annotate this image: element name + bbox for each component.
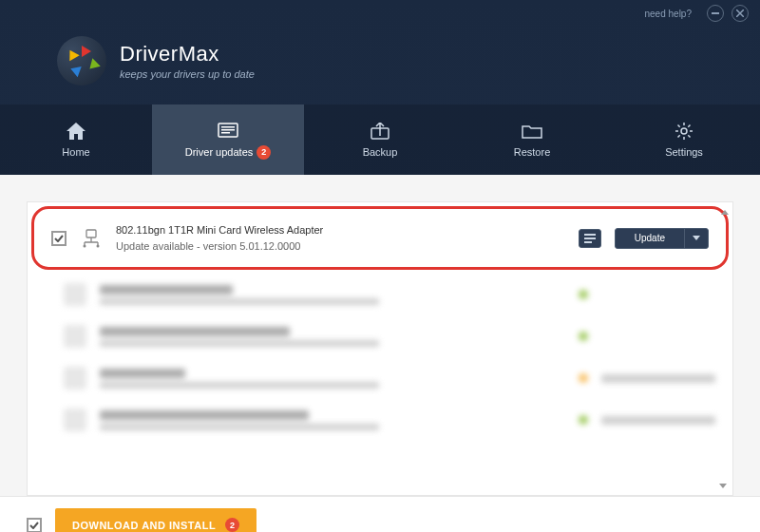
nav-label-text: Driver updates [185,146,254,158]
brand-name: DriverMax [120,42,255,66]
svg-point-6 [681,128,687,134]
download-install-button[interactable]: DOWNLOAD AND INSTALL 2 [55,508,256,532]
svg-rect-0 [712,12,719,14]
nav-home[interactable]: Home [0,104,152,175]
device-info: 802.11bgn 1T1R Mini Card Wireless Adapte… [116,222,565,254]
row-meta-blurred [601,416,715,425]
device-row-blurred [28,315,732,357]
check-icon [29,522,39,529]
device-text-blurred [100,285,565,305]
header: DriverMax keeps your drivers up to date [0,27,760,104]
device-icon-blurred [64,367,86,390]
device-list: 802.11bgn 1T1R Mini Card Wireless Adapte… [27,201,733,496]
gear-icon [674,122,694,141]
device-name: 802.11bgn 1T1R Mini Card Wireless Adapte… [116,222,565,238]
caret-up-icon [721,210,729,215]
device-text-blurred [100,369,565,389]
nav-label: Settings [665,146,703,158]
update-button[interactable]: Update [615,228,709,249]
update-dropdown-caret[interactable] [684,229,708,248]
device-row-blurred [28,399,732,441]
svg-rect-12 [584,241,592,243]
status-dot [579,415,588,425]
svg-rect-10 [584,234,596,236]
status-dot [579,373,588,383]
status-dot [579,332,588,341]
scroll-down-arrow[interactable] [719,480,727,491]
minimize-icon [712,12,719,14]
details-icon [584,234,596,243]
svg-rect-11 [584,238,596,239]
device-row-blurred [28,357,732,399]
app-logo [57,36,106,86]
svg-rect-4 [221,132,230,134]
svg-rect-7 [86,230,96,238]
svg-point-9 [97,244,100,247]
download-button-label: DOWNLOAD AND INSTALL [72,520,216,531]
device-icon-blurred [64,325,86,348]
close-icon [736,10,744,17]
scrollbar[interactable] [719,206,731,491]
updates-badge: 2 [256,145,271,160]
device-row-highlighted: 802.11bgn 1T1R Mini Card Wireless Adapte… [31,206,729,270]
titlebar: need help? [0,0,760,27]
nav-driver-updates[interactable]: Driver updates 2 [152,104,304,175]
app-window: need help? DriverMax keeps your drivers … [0,0,760,532]
content-area: 802.11bgn 1T1R Mini Card Wireless Adapte… [0,175,760,496]
device-status: Update available - version 5.01.12.0000 [116,238,565,255]
update-button-label: Update [616,233,684,243]
device-text-blurred [100,327,565,347]
caret-down-icon [719,484,727,488]
nav-label: Home [62,146,89,158]
svg-point-8 [84,244,86,247]
svg-rect-2 [221,126,235,128]
device-details-button[interactable] [579,229,601,248]
row-meta-blurred [601,374,715,383]
svg-rect-3 [221,129,235,131]
brand-block: DriverMax keeps your drivers up to date [120,42,255,80]
bottom-bar: DOWNLOAD AND INSTALL 2 [0,496,760,532]
minimize-button[interactable] [707,5,724,22]
home-icon [66,122,86,141]
close-button[interactable] [732,5,749,22]
logo-arrows-icon [65,44,99,78]
device-row-blurred [28,274,732,315]
check-icon [54,235,64,242]
device-icon-blurred [64,283,86,306]
nav-settings[interactable]: Settings [608,104,760,175]
status-dot [579,290,588,299]
device-icon-blurred [64,408,86,431]
nav-label: Driver updates 2 [185,145,272,160]
brand-tagline: keeps your drivers up to date [120,68,255,80]
nav-restore[interactable]: Restore [456,104,608,175]
select-all-checkbox[interactable] [27,518,42,533]
nav-label: Backup [363,146,398,158]
help-link[interactable]: need help? [645,9,693,19]
blurred-rows [28,274,732,441]
nav-label: Restore [514,146,551,158]
scroll-up-arrow[interactable] [719,206,731,218]
network-adapter-icon [80,227,103,250]
backup-icon [370,122,390,141]
main-nav: Home Driver updates 2 Backup Restore [0,104,760,175]
device-text-blurred [100,410,565,430]
chevron-down-icon [693,236,700,240]
device-checkbox[interactable] [51,231,66,246]
download-badge: 2 [225,518,239,532]
updates-icon [218,121,238,140]
nav-backup[interactable]: Backup [304,104,456,175]
restore-icon [522,122,542,141]
